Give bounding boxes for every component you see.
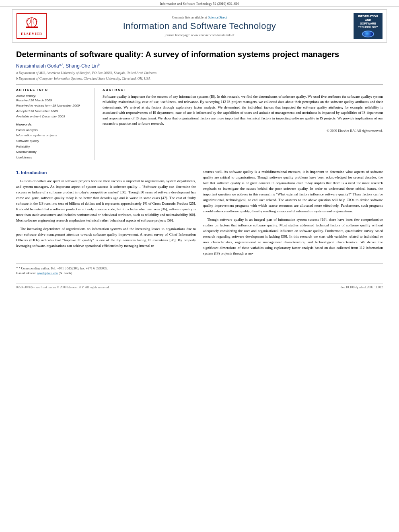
- keyword-3: Software quality: [16, 138, 89, 144]
- keyword-6: Usefulness: [16, 155, 89, 160]
- history-label: Article history:: [16, 94, 89, 98]
- main-content: Determinants of software quality: A surv…: [0, 45, 399, 280]
- journal-header-center: Contents lists available at ScienceDirec…: [49, 15, 350, 37]
- body-col-left: 1. Introduction Billions of dollars are …: [16, 169, 196, 259]
- body-columns: 1. Introduction Billions of dollars are …: [16, 169, 383, 259]
- body-para-1: Billions of dollars are spent in softwar…: [16, 179, 196, 224]
- elsevier-logo-box: ELSEVIER: [16, 13, 47, 39]
- body-para-3: sources well. As software quality is a m…: [203, 169, 383, 214]
- date-accepted: Accepted 30 November 2009: [16, 109, 89, 114]
- article-info: ARTICLE INFO Article history: Received 2…: [16, 88, 95, 160]
- journal-homepage: journal homepage: www.elsevier.com/locat…: [49, 33, 350, 37]
- affiliations: a Department of MIS, American University…: [16, 70, 383, 81]
- author-lin-sup: b: [98, 63, 99, 66]
- paper-title: Determinants of software quality: A surv…: [16, 49, 383, 60]
- elsevier-tree-icon: [24, 16, 40, 31]
- body-col-right: sources well. As software quality is a m…: [203, 169, 383, 259]
- keyword-2: Information systems projects: [16, 133, 89, 138]
- footnote-contact: * Corresponding author. Tel.: +971 6 515…: [19, 267, 108, 270]
- divider-1: [16, 84, 383, 85]
- sciencedirect-link[interactable]: ScienceDirect: [208, 15, 227, 19]
- journal-citation-bar: Information and Software Technology 52 (…: [0, 0, 399, 7]
- date-revised: Received in revised form 19 November 200…: [16, 103, 89, 109]
- author-lin: , Shang-Che Lin: [63, 63, 98, 69]
- journal-citation: Information and Software Technology 52 (…: [160, 2, 239, 6]
- article-info-abstract: ARTICLE INFO Article history: Received 2…: [16, 88, 383, 160]
- author-gorla: Narasimhaiah Gorla: [16, 63, 59, 69]
- affil-a: a Department of MIS, American University…: [16, 70, 383, 76]
- abstract-text: Software quality is important for the su…: [103, 94, 383, 127]
- section1-title: 1. Introduction: [16, 169, 196, 176]
- footnote-text: * * Corresponding author. Tel.: +971 6 5…: [16, 266, 383, 276]
- elsevier-logo: ELSEVIER: [16, 13, 49, 39]
- article-dates: Received 20 March 2009 Received in revis…: [16, 98, 89, 119]
- footnote-area: * * Corresponding author. Tel.: +971 6 5…: [16, 263, 383, 276]
- sciencedirect-line: Contents lists available at ScienceDirec…: [49, 15, 350, 19]
- elsevier-text: ELSEVIER: [21, 32, 43, 36]
- abstract-section: ABSTRACT Software quality is important f…: [103, 88, 383, 160]
- body-para-2: The increasing dependence of organizatio…: [16, 226, 196, 249]
- keywords-list: Factor analysis Information systems proj…: [16, 127, 89, 160]
- ist-text: INFORMATIONANDSOFTWARETECHNOLOGY: [358, 14, 378, 29]
- bottom-issn: 0950-5849/$ – see front matter © 2009 El…: [16, 286, 110, 289]
- keyword-5: Maintainability: [16, 149, 89, 155]
- affil-b: b Department of Computer Information Sys…: [16, 76, 383, 81]
- date-received: Received 20 March 2009: [16, 98, 89, 103]
- footnote-email-link[interactable]: ngorla@aus.edu: [37, 271, 58, 275]
- ist-logo-box: INFORMATIONANDSOFTWARETECHNOLOGY: [354, 13, 383, 39]
- footnote-email-label: E-mail address:: [16, 271, 36, 275]
- keywords-label: Keywords:: [16, 123, 89, 126]
- authors-line: Narasimhaiah Gorlaa,*, Shang-Che Linb: [16, 63, 383, 69]
- bottom-bar: 0950-5849/$ – see front matter © 2009 El…: [16, 283, 383, 291]
- abstract-title: ABSTRACT: [103, 88, 383, 92]
- footnote-col: * * Corresponding author. Tel.: +971 6 5…: [16, 266, 383, 276]
- footnote-name: (N. Gorla).: [59, 271, 73, 275]
- bottom-doi: doi:10.1016/j.infsof.2009.11.012: [341, 286, 383, 289]
- footnote-star-icon: *: [16, 266, 18, 270]
- journal-title: Information and Software Technology: [49, 21, 350, 31]
- date-online: Available online 4 December 2009: [16, 114, 89, 119]
- journal-header: ELSEVIER Contents lists available at Sci…: [12, 9, 387, 43]
- copyright: © 2009 Elsevier B.V. All rights reserved…: [103, 129, 383, 133]
- ist-circle-icon: [362, 31, 374, 37]
- article-info-title: ARTICLE INFO: [16, 88, 89, 92]
- divider-2: [16, 165, 383, 165]
- body-para-4: Though software quality is an integral p…: [203, 217, 383, 257]
- keyword-1: Factor analysis: [16, 127, 89, 133]
- ist-logo-area: INFORMATIONANDSOFTWARETECHNOLOGY: [350, 13, 383, 39]
- keyword-4: Reliability: [16, 144, 89, 150]
- author-gorla-sup: a,*: [59, 63, 63, 66]
